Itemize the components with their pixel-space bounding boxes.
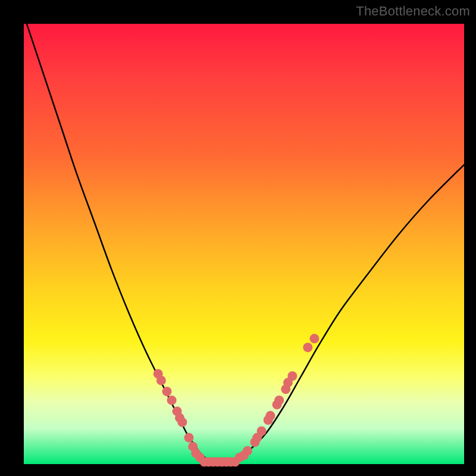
curve-line [24,15,464,462]
curve-marker [243,446,252,456]
chart-frame: TheBottleneck.com [0,0,476,476]
watermark-text: TheBottleneck.com [356,4,470,19]
curve-markers [154,334,320,466]
curve-marker [162,387,172,396]
curve-marker [177,418,187,427]
curve-marker [257,427,267,436]
curve-marker [303,343,312,352]
plot-area [24,24,464,464]
curve-marker [184,433,194,443]
chart-svg [24,24,464,464]
curve-marker [274,396,284,405]
curve-marker [265,411,275,421]
curve-marker [167,396,177,405]
curve-marker [309,334,319,343]
curve-marker [287,371,297,381]
curve-marker [156,375,166,385]
